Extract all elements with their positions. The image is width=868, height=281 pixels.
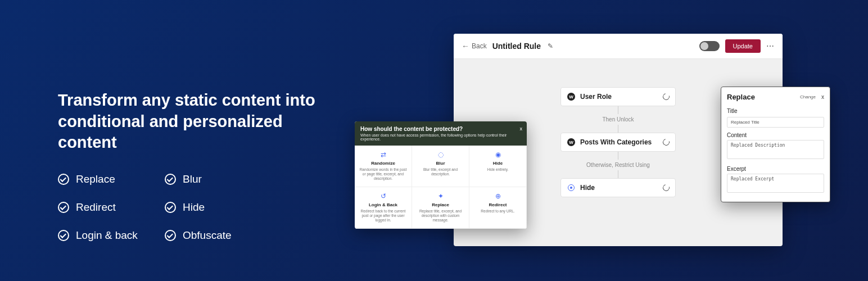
option-desc: Redirect to any URL. xyxy=(481,209,514,214)
feature-replace: Replace xyxy=(58,173,165,185)
field-label-title: Title xyxy=(727,108,824,114)
option-hide[interactable]: ◉ Hide Hide entirely. xyxy=(469,146,527,187)
login-icon: ↺ xyxy=(379,192,388,201)
excerpt-textarea[interactable] xyxy=(727,174,824,193)
hero-section: Transform any static content into condit… xyxy=(58,90,345,242)
check-icon xyxy=(58,202,69,213)
option-desc: Randomize words in the post or page titl… xyxy=(358,167,408,181)
rule-title: Untitled Rule xyxy=(492,42,541,51)
rule-card-user-role[interactable]: User Role xyxy=(560,87,676,106)
update-button[interactable]: Update xyxy=(725,39,761,53)
check-icon xyxy=(58,230,69,241)
hide-icon xyxy=(567,183,576,192)
wordpress-icon xyxy=(567,138,576,147)
flow-label-otherwise: Otherwise, Restrict Using xyxy=(586,162,650,168)
feature-label: Hide xyxy=(183,201,205,214)
editor-header: ← Back Untitled Rule ✎ Update ⋯ xyxy=(454,34,783,59)
change-button[interactable]: Change xyxy=(800,94,816,99)
feature-label: Blur xyxy=(183,173,202,185)
check-icon xyxy=(165,174,176,185)
option-title: Randomize xyxy=(371,161,395,166)
option-login-back[interactable]: ↺ Login & Back Redirect back to the curr… xyxy=(355,187,412,229)
connector xyxy=(618,125,618,133)
option-replace[interactable]: ✦ Replace Replace title, excerpt, and de… xyxy=(412,187,469,229)
feature-blur: Blur xyxy=(165,173,272,185)
back-label: Back xyxy=(472,42,487,50)
publish-toggle[interactable] xyxy=(699,41,720,51)
feature-login-back: Login & back xyxy=(58,229,165,242)
option-desc: Redirect back to the current post or pag… xyxy=(358,209,408,223)
modal-header: How should the content be protected? Whe… xyxy=(355,121,527,146)
option-redirect[interactable]: ⊕ Redirect Redirect to any URL. xyxy=(469,187,527,229)
option-blur[interactable]: ◌ Blur Blur title, excerpt and descripti… xyxy=(412,146,469,187)
rule-card-label: Hide xyxy=(580,184,595,192)
feature-list: Replace Blur Redirect Hide Login & back … xyxy=(58,173,345,242)
feature-label: Redirect xyxy=(76,201,116,214)
option-title: Replace xyxy=(432,202,449,207)
feature-label: Obfuscate xyxy=(183,229,232,242)
refresh-icon[interactable] xyxy=(662,138,671,147)
rule-card-posts-categories[interactable]: Posts With Categories xyxy=(560,133,676,152)
pencil-icon[interactable]: ✎ xyxy=(548,42,553,50)
connector xyxy=(618,152,618,160)
modal-subtitle: When user does not have access permissio… xyxy=(360,133,521,141)
side-panel-header: Replace Change x xyxy=(727,93,824,101)
option-title: Hide xyxy=(493,161,503,166)
close-icon[interactable]: x xyxy=(821,94,824,100)
connector xyxy=(618,170,618,178)
check-icon xyxy=(165,202,176,213)
feature-label: Login & back xyxy=(76,229,138,242)
option-desc: Blur title, excerpt and description. xyxy=(415,167,465,176)
feature-redirect: Redirect xyxy=(58,201,165,214)
rule-card-hide[interactable]: Hide xyxy=(560,178,676,197)
flow-label-then: Then Unlock xyxy=(602,116,634,123)
option-randomize[interactable]: ⇄ Randomize Randomize words in the post … xyxy=(355,146,412,187)
rule-card-label: User Role xyxy=(580,93,612,101)
rule-card-label: Posts With Categories xyxy=(580,138,652,146)
connector xyxy=(618,106,618,114)
option-desc: Hide entirely. xyxy=(487,167,508,172)
check-icon xyxy=(58,174,69,185)
option-title: Redirect xyxy=(489,202,507,207)
check-icon xyxy=(165,230,176,241)
protection-modal: How should the content be protected? Whe… xyxy=(355,121,527,229)
option-title: Login & Back xyxy=(369,202,397,207)
modal-options-grid: ⇄ Randomize Randomize words in the post … xyxy=(355,146,527,229)
feature-obfuscate: Obfuscate xyxy=(165,229,272,242)
hero-title: Transform any static content into condit… xyxy=(58,90,345,153)
feature-label: Replace xyxy=(76,173,115,185)
feature-hide: Hide xyxy=(165,201,272,214)
wordpress-icon xyxy=(567,92,576,101)
side-panel-title: Replace xyxy=(727,93,755,101)
blur-icon: ◌ xyxy=(436,150,445,159)
more-icon[interactable]: ⋯ xyxy=(766,42,775,51)
replace-side-panel: Replace Change x Title Content Excerpt xyxy=(721,87,830,202)
randomize-icon: ⇄ xyxy=(379,150,388,159)
redirect-icon: ⊕ xyxy=(494,192,503,201)
refresh-icon[interactable] xyxy=(662,92,671,101)
refresh-icon[interactable] xyxy=(662,183,671,192)
option-desc: Replace title, excerpt, and description … xyxy=(415,209,465,223)
title-input[interactable] xyxy=(727,117,824,128)
modal-title: How should the content be protected? xyxy=(360,126,521,132)
replace-icon: ✦ xyxy=(436,192,445,201)
field-label-content: Content xyxy=(727,132,824,138)
field-label-excerpt: Excerpt xyxy=(727,166,824,172)
arrow-left-icon: ← xyxy=(462,42,469,51)
back-button[interactable]: ← Back xyxy=(462,42,487,51)
content-textarea[interactable] xyxy=(727,140,824,159)
option-title: Blur xyxy=(436,161,445,166)
close-icon[interactable]: x xyxy=(520,126,523,132)
hide-icon: ◉ xyxy=(494,150,503,159)
